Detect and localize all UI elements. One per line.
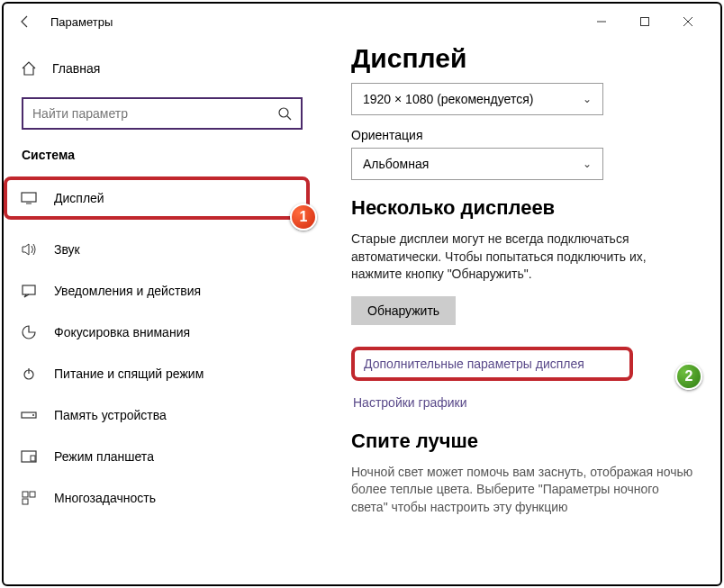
sidebar-item-label: Звук: [54, 242, 80, 257]
titlebar: Параметры: [4, 4, 720, 40]
power-icon: [20, 366, 38, 381]
back-button[interactable]: [11, 7, 40, 36]
advanced-display-link[interactable]: Дополнительные параметры дисплея: [364, 357, 584, 371]
svg-rect-15: [23, 499, 28, 504]
sound-icon: [20, 242, 38, 257]
home-icon: [20, 60, 38, 77]
multi-displays-heading: Несколько дисплеев: [351, 196, 699, 220]
sidebar-item-focus[interactable]: Фокусировка внимания: [4, 312, 319, 353]
category-title: Система: [4, 148, 319, 173]
sidebar-item-label: Многозадачность: [54, 491, 156, 505]
svg-rect-12: [31, 456, 35, 461]
search-icon: [277, 106, 292, 121]
notification-icon: [20, 284, 38, 298]
maximize-button[interactable]: [634, 11, 656, 32]
resolution-value: 1920 × 1080 (рекомендуется): [363, 92, 533, 106]
chevron-down-icon: ⌄: [583, 158, 592, 170]
sidebar-item-label: Уведомления и действия: [54, 284, 201, 298]
orientation-value: Альбомная: [363, 157, 429, 171]
sidebar-item-power[interactable]: Питание и спящий режим: [4, 353, 319, 394]
svg-point-2: [279, 108, 288, 117]
sidebar-item-label: Питание и спящий режим: [54, 366, 204, 381]
chevron-down-icon: ⌄: [583, 93, 592, 105]
svg-rect-13: [23, 492, 28, 497]
display-icon: [20, 192, 38, 204]
sleep-better-desc: Ночной свет может помочь вам заснуть, от…: [351, 464, 699, 517]
sleep-better-heading: Спите лучше: [351, 430, 699, 453]
window-title: Параметры: [50, 15, 113, 29]
sidebar-item-display[interactable]: Дисплей: [4, 176, 310, 220]
svg-point-10: [32, 414, 34, 416]
sidebar-item-label: Дисплей: [54, 191, 104, 205]
graphics-settings-link[interactable]: Настройки графики: [351, 395, 699, 410]
svg-rect-1: [641, 18, 649, 26]
sidebar: Главная Система Дисплей 1 Звук Уведом: [4, 40, 319, 584]
svg-rect-4: [22, 193, 36, 202]
content-pane: Дисплей 1920 × 1080 (рекомендуется) ⌄ Ор…: [319, 40, 720, 584]
sidebar-item-label: Память устройства: [54, 408, 167, 422]
minimize-button[interactable]: [591, 11, 612, 32]
home-link[interactable]: Главная: [4, 50, 319, 86]
sidebar-item-sound[interactable]: Звук: [4, 229, 319, 270]
resolution-dropdown[interactable]: 1920 × 1080 (рекомендуется) ⌄: [351, 83, 603, 115]
sidebar-item-notifications[interactable]: Уведомления и действия: [4, 270, 319, 312]
multitask-icon: [20, 491, 38, 505]
tablet-icon: [20, 450, 38, 463]
search-input-wrap[interactable]: [22, 97, 303, 130]
page-title: Дисплей: [351, 43, 699, 74]
sidebar-item-tablet[interactable]: Режим планшета: [4, 436, 319, 477]
svg-rect-14: [30, 492, 35, 497]
home-label: Главная: [52, 61, 100, 76]
svg-rect-6: [23, 285, 35, 294]
orientation-label: Ориентация: [351, 128, 699, 142]
annotation-badge-2: 2: [675, 363, 702, 390]
annotation-badge-1: 1: [290, 204, 317, 231]
close-button[interactable]: [677, 11, 699, 32]
search-input[interactable]: [32, 106, 277, 121]
sidebar-item-storage[interactable]: Память устройства: [4, 394, 319, 436]
focus-icon: [20, 324, 38, 340]
svg-line-3: [287, 116, 291, 120]
sidebar-item-label: Фокусировка внимания: [54, 325, 190, 339]
detect-button[interactable]: Обнаружить: [351, 296, 456, 325]
multi-displays-desc: Старые дисплеи могут не всегда подключат…: [351, 231, 699, 284]
storage-icon: [20, 410, 38, 421]
sidebar-item-multitasking[interactable]: Многозадачность: [4, 477, 319, 519]
orientation-dropdown[interactable]: Альбомная ⌄: [351, 148, 603, 180]
sidebar-item-label: Режим планшета: [54, 449, 154, 464]
